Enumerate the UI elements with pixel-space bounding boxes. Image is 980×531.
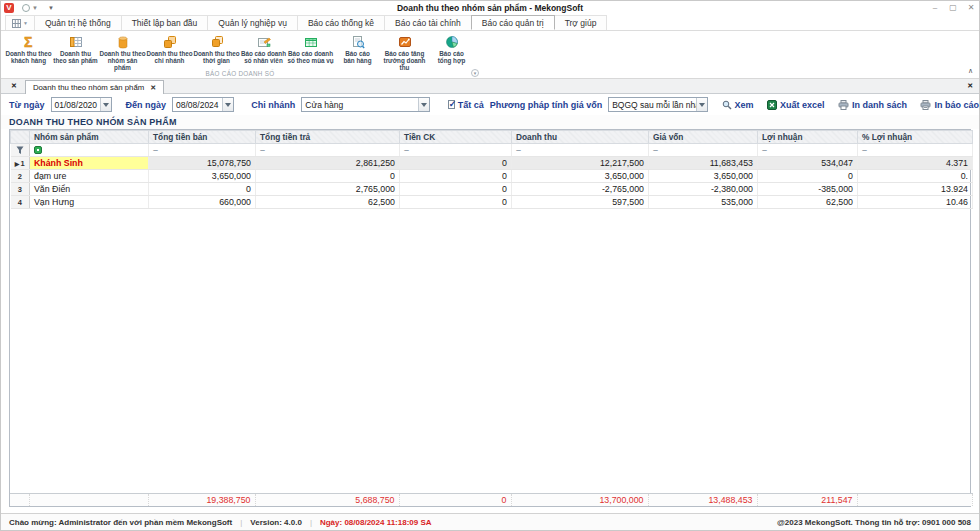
col-header-loi-nhuan[interactable]: Lợi nhuận (758, 131, 858, 144)
in-bao-cao-button[interactable]: In báo cáo (920, 100, 979, 110)
tu-ngay-dropdown-icon[interactable] (100, 98, 111, 111)
close-all-tabs-icon[interactable]: ✕ (11, 82, 17, 90)
application-menu-button[interactable]: ▼ (5, 15, 35, 30)
auto-filter-row[interactable]: – – – – – – – (11, 144, 973, 157)
cell-doanh-thu[interactable]: 12,217,500 (512, 157, 649, 170)
filter-operator-icon[interactable]: – (153, 145, 158, 155)
col-header-tong-tien-tra[interactable]: Tổng tiền trả (256, 131, 400, 144)
tab-bao-cao-tai-chinh[interactable]: Báo cáo tài chính (384, 15, 472, 30)
cell-doanh-thu[interactable]: 3,650,000 (512, 170, 649, 183)
filter-condition-icon[interactable] (34, 146, 42, 154)
cell-doanh-thu[interactable]: -2,765,000 (512, 183, 649, 196)
table-row[interactable]: 2 đạm ure 3,650,000 0 0 3,650,000 3,650,… (11, 170, 973, 183)
cell-loi-nhuan[interactable]: -385,000 (758, 183, 858, 196)
ribbon-item-doanh-thu-chi-nhanh[interactable]: Doanh thu theochi nhánh (146, 33, 193, 71)
xuat-excel-button[interactable]: Xuất excel (767, 100, 825, 110)
cell-nhom-san-pham[interactable]: Văn Điển (30, 183, 149, 196)
ribbon-item-doanh-thu-san-pham[interactable]: Doanh thutheo sản phẩm (52, 33, 99, 71)
cell-gia-von[interactable]: 11,683,453 (649, 157, 758, 170)
cell-loi-nhuan[interactable]: 62,500 (758, 196, 858, 209)
tab-thiet-lap-ban-dau[interactable]: Thiết lập ban đầu (121, 15, 209, 30)
col-header-pct-loi-nhuan[interactable]: % Lợi nhuận (858, 131, 973, 144)
table-row[interactable]: 4 Vạn Hưng 660,000 62,500 0 597,500 535,… (11, 196, 973, 209)
cell-tong-tien-ban[interactable]: 3,650,000 (149, 170, 256, 183)
phuong-phap-dropdown-icon[interactable] (696, 98, 707, 111)
ribbon-item-tang-truong-doanh-thu[interactable]: Báo cáo tăngtrưởng doanh thu (381, 33, 428, 71)
phuong-phap-select[interactable]: BQGQ sau mỗi lần nhập x... (608, 97, 708, 112)
maximize-button[interactable]: ▢ (945, 2, 961, 14)
col-header-tong-tien-ban[interactable]: Tổng tiền bán (149, 131, 256, 144)
tab-bao-cao-thong-ke[interactable]: Báo cáo thống kê (297, 15, 385, 30)
filter-cell[interactable]: – (512, 144, 649, 157)
cell-tien-ck[interactable]: 0 (400, 157, 512, 170)
xem-button[interactable]: Xem (722, 100, 754, 110)
filter-cell[interactable]: – (256, 144, 400, 157)
doc-tab-doanh-thu-nhom-san-pham[interactable]: Doanh thu theo nhóm sản phẩm ✕ (25, 80, 164, 94)
cell-tien-ck[interactable]: 0 (400, 170, 512, 183)
cell-pct-loi-nhuan[interactable]: 13.924 (858, 183, 973, 196)
den-ngay-dropdown-icon[interactable] (222, 98, 233, 111)
filter-cell[interactable]: – (400, 144, 512, 157)
ribbon-collapse-icon[interactable]: ∧ (968, 67, 973, 75)
cell-pct-loi-nhuan[interactable]: 10.46 (858, 196, 973, 209)
ribbon-item-bao-cao-ban-hang[interactable]: Báo cáobán hàng (334, 33, 381, 71)
tab-quan-ly-nghiep-vu[interactable]: Quản lý nghiệp vụ (207, 15, 298, 30)
tab-tro-giup[interactable]: Trợ giúp (554, 15, 608, 30)
col-header-doanh-thu[interactable]: Doanh thu (512, 131, 649, 144)
col-header-tien-ck[interactable]: Tiền CK (400, 131, 512, 144)
filter-cell-name[interactable] (30, 144, 149, 157)
filter-operator-icon[interactable]: – (516, 145, 521, 155)
tab-bao-cao-quan-tri[interactable]: Báo cáo quản trị (471, 15, 555, 30)
ribbon-item-doanh-thu-thoi-gian[interactable]: Doanh thu theothời gian (193, 33, 240, 71)
cell-pct-loi-nhuan[interactable]: 4.371 (858, 157, 973, 170)
group-dialog-launcher-icon[interactable]: ▾ (471, 69, 479, 77)
doc-tab-close-icon[interactable]: ✕ (150, 84, 156, 92)
table-row[interactable]: ▶1 Khánh Sinh 15,078,750 2,861,250 0 12,… (11, 157, 973, 170)
filter-cell[interactable]: – (858, 144, 973, 157)
filter-operator-icon[interactable]: – (762, 145, 767, 155)
tu-ngay-picker[interactable]: 01/08/2020 (51, 97, 113, 112)
table-row[interactable]: 3 Văn Điển 0 2,765,000 0 -2,765,000 -2,3… (11, 183, 973, 196)
cell-gia-von[interactable]: -2,380,000 (649, 183, 758, 196)
tab-bar-close-icon[interactable]: ✕ (967, 82, 973, 90)
filter-operator-icon[interactable]: – (404, 145, 409, 155)
filter-operator-icon[interactable]: – (862, 145, 867, 155)
cell-tong-tien-tra[interactable]: 2,861,250 (256, 157, 400, 170)
filter-cell[interactable]: – (758, 144, 858, 157)
tab-quan-tri-he-thong[interactable]: Quản trị hệ thống (34, 15, 122, 30)
cell-loi-nhuan[interactable]: 0 (758, 170, 858, 183)
in-danh-sach-button[interactable]: In danh sách (838, 100, 907, 110)
cell-tong-tien-ban[interactable]: 15,078,750 (149, 157, 256, 170)
cell-tong-tien-tra[interactable]: 2,765,000 (256, 183, 400, 196)
filter-operator-icon[interactable]: – (260, 145, 265, 155)
cell-nhom-san-pham[interactable]: Khánh Sinh (30, 157, 149, 170)
cell-nhom-san-pham[interactable]: đạm ure (30, 170, 149, 183)
ribbon-item-doanh-so-mua-vu[interactable]: Báo cáo doanhsố theo mùa vụ (287, 33, 334, 71)
filter-operator-icon[interactable]: – (653, 145, 658, 155)
den-ngay-picker[interactable]: 08/08/2024 (172, 97, 234, 112)
cell-tien-ck[interactable]: 0 (400, 196, 512, 209)
minimize-button[interactable]: – (927, 2, 943, 14)
cell-nhom-san-pham[interactable]: Vạn Hưng (30, 196, 149, 209)
filter-cell[interactable]: – (649, 144, 758, 157)
chi-nhanh-dropdown-icon[interactable] (418, 98, 429, 111)
cell-tong-tien-ban[interactable]: 0 (149, 183, 256, 196)
chi-nhanh-select[interactable]: Cửa hàng (301, 97, 430, 112)
ribbon-item-bao-cao-tong-hop[interactable]: Báo cáotổng hợp (428, 33, 475, 71)
col-header-gia-von[interactable]: Giá vốn (649, 131, 758, 144)
cell-tien-ck[interactable]: 0 (400, 183, 512, 196)
tat-ca-checkbox[interactable] (448, 100, 455, 109)
cell-gia-von[interactable]: 3,650,000 (649, 170, 758, 183)
cell-gia-von[interactable]: 535,000 (649, 196, 758, 209)
ribbon-item-doanh-thu-nhom-san-pham[interactable]: Doanh thu theonhóm sản phẩm (99, 33, 146, 71)
col-header-nhom-san-pham[interactable]: Nhóm sản phẩm (30, 131, 149, 144)
cell-tong-tien-ban[interactable]: 660,000 (149, 196, 256, 209)
filter-cell[interactable]: – (149, 144, 256, 157)
close-button[interactable]: ✕ (963, 2, 979, 14)
ribbon-item-doanh-thu-khach-hang[interactable]: Σ Doanh thu theokhách hàng (5, 33, 52, 71)
cell-tong-tien-tra[interactable]: 62,500 (256, 196, 400, 209)
ribbon-item-doanh-so-nhan-vien[interactable]: Báo cáo doanhsố nhân viên (240, 33, 287, 71)
cell-doanh-thu[interactable]: 597,500 (512, 196, 649, 209)
cell-loi-nhuan[interactable]: 534,047 (758, 157, 858, 170)
cell-pct-loi-nhuan[interactable]: 0. (858, 170, 973, 183)
